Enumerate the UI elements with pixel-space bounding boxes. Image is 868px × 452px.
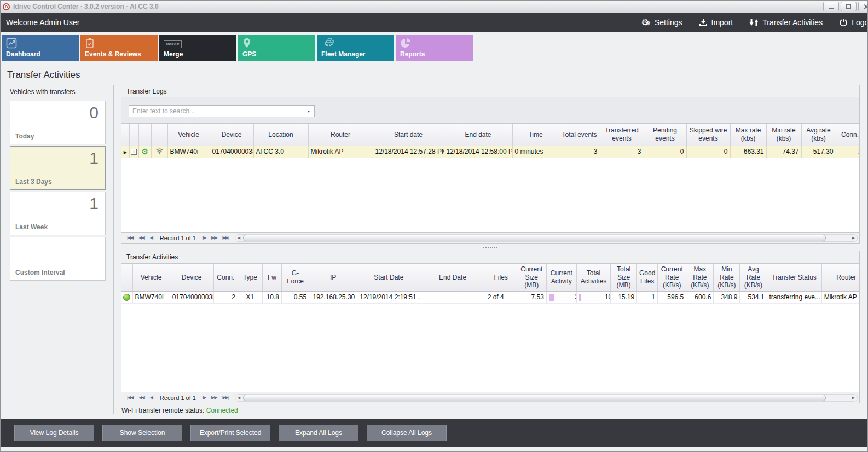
col-header-avg-rate[interactable]: Avg rate (kbs) [801,124,836,146]
nav-first-icon[interactable]: |◀◀ [124,235,136,240]
col-header-start-date[interactable]: Start date [373,124,444,146]
col-header-avg-rate[interactable]: Avg Rate (KB/s) [740,264,767,291]
transfer-activity-row[interactable]: BMW740i 017040000038 2 X1 10.8 0.55 192.… [121,291,859,303]
minimize-button[interactable] [823,2,839,11]
tile-dashboard-label: Dashboard [6,50,40,58]
col-header-expand[interactable] [129,124,138,146]
view-log-details-button[interactable]: View Log Details [14,425,94,441]
col-header-current-size[interactable]: Current Size (MB) [517,264,546,291]
nav-prev-icon[interactable]: ◀ [147,395,155,400]
col-header-indicator[interactable] [121,124,129,146]
col-header-type[interactable]: Type [238,264,262,291]
col-header-conn[interactable]: Conn. [213,264,238,291]
col-header-skipped-wire-events[interactable]: Skipped wire events [686,124,730,146]
col-header-current-rate[interactable]: Current Rate (KB/s) [658,264,686,291]
row-indicator-icon: ▶ [124,150,127,155]
col-header-location[interactable]: Location [253,124,308,146]
col-header-start-date[interactable]: Start Date [357,264,420,291]
col-header-min-rate[interactable]: Min rate (kbs) [766,124,801,146]
filter-card-today[interactable]: 0 Today [10,101,106,144]
cell-time: 0 minutes [512,146,559,158]
maximize-button[interactable] [841,2,857,11]
col-header-total-events[interactable]: Total events [559,124,600,146]
tile-merge[interactable]: MERGE Merge [159,35,236,61]
col-header-max-rate[interactable]: Max Rate (KB/s) [686,264,714,291]
filter-card-last-3-days[interactable]: 1 Last 3 Days [10,146,106,190]
nav-first-icon[interactable]: |◀◀ [124,395,136,400]
col-header-device[interactable]: Device [210,124,253,146]
tile-events-reviews[interactable]: Events & Reviews [80,35,158,61]
col-header-current-activity[interactable]: Current Activity [546,264,576,291]
tile-fleet-manager[interactable]: Fleet Manager [317,35,394,61]
nav-prev-page-icon[interactable]: ◀◀ [136,395,147,400]
col-header-pending-events[interactable]: Pending events [644,124,686,146]
nav-last-icon[interactable]: ▶▶| [219,395,231,400]
tile-gps[interactable]: GPS [238,35,315,61]
activities-horizontal-scrollbar[interactable]: ◀ ▶ [235,394,858,402]
show-selection-button[interactable]: Show Selection [102,425,182,441]
logs-scrollbar-thumb[interactable] [243,235,826,241]
last-3-days-label: Last 3 Days [15,178,52,186]
col-header-max-rate[interactable]: Max rate (kbs) [730,124,766,146]
nav-next-page-icon[interactable]: ▶▶ [209,235,219,240]
col-header-vehicle[interactable]: Vehicle [167,124,210,146]
col-header-device[interactable]: Device [170,264,213,291]
nav-next-icon[interactable]: ▶ [200,395,209,400]
activities-scrollbar-thumb[interactable] [243,395,826,401]
splitter-grip-icon [483,247,497,248]
col-header-router[interactable]: Router [308,124,373,146]
col-header-gear[interactable] [138,124,151,146]
col-header-min-rate[interactable]: Min Rate (KB/s) [714,264,740,291]
logout-button[interactable]: Logout [839,18,867,27]
col-header-wifi[interactable] [151,124,167,146]
nav-last-icon[interactable]: ▶▶| [219,235,231,240]
expand-all-logs-button[interactable]: Expand All Logs [279,425,358,441]
col-header-ip[interactable]: IP [309,264,357,291]
collapse-all-logs-button[interactable]: Collapse All Logs [367,425,447,441]
nav-next-page-icon[interactable]: ▶▶ [209,395,219,400]
transfer-arrows-icon [749,18,759,27]
transfer-activities-button[interactable]: Transfer Activities [749,18,823,27]
col-header-g-force[interactable]: G-Force [282,264,309,291]
expand-row-icon[interactable]: + [131,149,137,155]
nav-next-icon[interactable]: ▶ [200,235,209,240]
import-button[interactable]: Import [699,18,733,27]
col-header-transfer-status[interactable]: Transfer Status [767,264,821,291]
scroll-right-icon[interactable]: ▶ [850,396,857,400]
settings-button[interactable]: ⚙⚙ Settings [641,18,682,27]
col-header-total-size[interactable]: Total Size (MB) [611,264,637,291]
filter-card-last-week[interactable]: 1 Last Week [10,192,106,235]
tile-dashboard[interactable]: Dashboard [2,35,79,61]
nav-tiles: Dashboard Events & Reviews MERGE Merge G… [1,32,867,65]
scroll-left-icon[interactable]: ◀ [235,236,242,240]
col-header-status[interactable] [121,264,132,291]
col-header-conn[interactable]: Conn. [836,124,859,146]
col-header-router[interactable]: Router [821,264,859,291]
col-header-vehicle[interactable]: Vehicle [132,264,170,291]
logs-horizontal-scrollbar[interactable]: ◀ ▶ [235,234,858,242]
scroll-left-icon[interactable]: ◀ [235,396,242,400]
filter-card-custom-interval[interactable]: Custom Interval [10,237,106,281]
panel-splitter[interactable] [121,244,860,251]
col-header-transferred-events[interactable]: Transferred events [600,124,644,146]
col-header-fw[interactable]: Fw [262,264,281,291]
nav-prev-page-icon[interactable]: ◀◀ [136,235,147,240]
last-3-days-count: 1 [89,149,99,167]
close-button[interactable] [858,2,867,11]
cell-end-date [420,291,485,303]
transfer-log-row[interactable]: ▶ + ⚙ BMW740i 017040000038 Al CC 3.0 Mik… [121,146,859,158]
col-header-total-activities[interactable]: Total Activities [576,264,610,291]
col-header-time[interactable]: Time [512,124,559,146]
search-dropdown-icon[interactable]: ▼ [303,106,314,117]
scroll-right-icon[interactable]: ▶ [850,236,857,240]
cell-total-size: 15.19 [611,291,637,303]
col-header-end-date[interactable]: End date [444,124,512,146]
activities-record-navigator: |◀◀ ◀◀ ◀ Record 1 of 1 ▶ ▶▶ ▶▶| ◀ ▶ [121,392,859,403]
col-header-end-date[interactable]: End Date [420,264,485,291]
nav-prev-icon[interactable]: ◀ [147,235,155,240]
search-input[interactable] [129,107,303,115]
tile-reports[interactable]: Reports [396,35,473,61]
col-header-good-files[interactable]: Good Files [637,264,658,291]
col-header-files[interactable]: Files [485,264,517,291]
export-print-selected-button[interactable]: Export/Print Selected [190,425,270,441]
